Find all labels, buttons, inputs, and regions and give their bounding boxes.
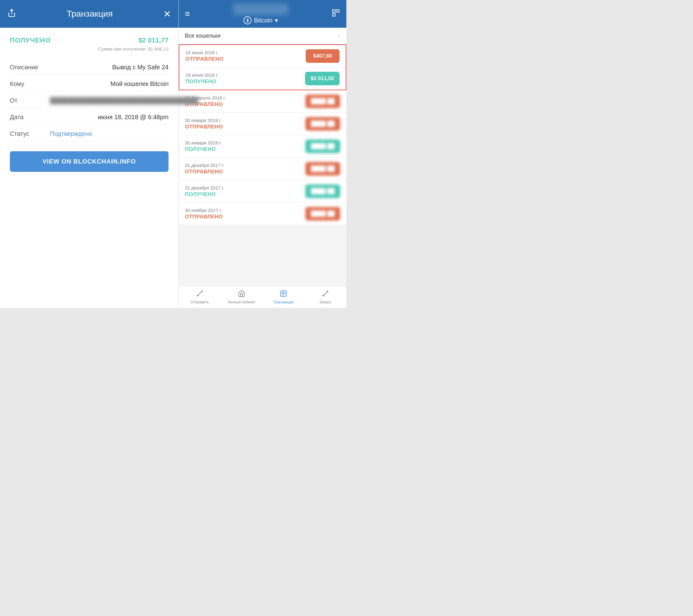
tx-left: 30 января 2018 г. ПОЛУЧЕНО bbox=[185, 140, 221, 152]
from-label: От bbox=[10, 97, 50, 104]
bitcoin-label: Bitcoin bbox=[254, 17, 272, 24]
nav-send[interactable]: Отправить bbox=[179, 286, 221, 308]
bitcoin-icon: ₿ bbox=[243, 16, 252, 24]
tx-amount: ████ ██ bbox=[305, 95, 340, 108]
bottom-navigation: Отправить Личный кабинет Транзакции bbox=[179, 286, 346, 308]
tx-amount: $2 011,50 bbox=[305, 72, 340, 85]
bitcoin-label-row[interactable]: ₿ Bitcoin ▾ bbox=[243, 16, 278, 24]
tx-date: 30 января 2018 г. bbox=[185, 118, 223, 123]
date-label: Дата bbox=[10, 114, 50, 121]
from-value: ██████████████████████████████████ bbox=[50, 97, 198, 104]
nav-request[interactable]: Запрос bbox=[304, 286, 346, 308]
transaction-body: ПОЛУЧЕНО $2 011,77 Сумма при получении: … bbox=[0, 28, 178, 308]
transactions-list: 18 июня 2018 г. ОТПРАВЛЕНО $407,60 18 ию… bbox=[179, 44, 346, 286]
wallet-panel: ≡ ₿ Bitcoin ▾ Все кошельки › bbox=[179, 0, 346, 308]
tx-date: 18 июня 2018 г. bbox=[185, 73, 218, 78]
nav-transactions-label: Транзакции bbox=[274, 300, 293, 304]
status-label: Статус bbox=[10, 130, 50, 137]
svg-rect-2 bbox=[336, 10, 339, 12]
transaction-amount: $2 011,77 bbox=[138, 36, 169, 44]
transactions-icon bbox=[280, 290, 287, 299]
all-wallets-row[interactable]: Все кошельки › bbox=[179, 28, 346, 44]
tx-type: ОТПРАВЛЕНО bbox=[185, 124, 223, 130]
left-header: Транзакция ✕ bbox=[0, 0, 178, 28]
tx-type: ПОЛУЧЕНО bbox=[185, 191, 224, 198]
transaction-type-label: ПОЛУЧЕНО bbox=[10, 36, 51, 44]
nav-home[interactable]: Личный кабинет bbox=[221, 286, 262, 308]
header-center: ₿ Bitcoin ▾ bbox=[233, 3, 289, 24]
transaction-sub-amount: Сумма при получении: $1 846,13 bbox=[10, 46, 169, 52]
tx-amount: ████ ██ bbox=[305, 117, 340, 130]
home-icon bbox=[238, 290, 245, 299]
svg-rect-3 bbox=[333, 14, 335, 16]
nav-request-label: Запрос bbox=[319, 300, 332, 304]
tx-left: 31 декабря 2017 г. ОТПРАВЛЕНО bbox=[185, 163, 224, 175]
tx-date: 30 января 2018 г. bbox=[185, 140, 221, 145]
tx-amount: ████ ██ bbox=[305, 140, 340, 153]
transaction-item[interactable]: 30 ноября 2017 г. ОТПРАВЛЕНО ████ ██ bbox=[179, 203, 346, 225]
tx-type: ПОЛУЧЕНО bbox=[185, 79, 218, 85]
to-label: Кому bbox=[10, 80, 50, 87]
description-value: Вывод с My Safe 24 bbox=[50, 64, 169, 71]
tx-amount: ████ ██ bbox=[305, 184, 340, 198]
chevron-down-icon: ▾ bbox=[275, 17, 278, 24]
tx-amount: $407,60 bbox=[306, 49, 340, 63]
highlighted-transactions-group: 18 июня 2018 г. ОТПРАВЛЕНО $407,60 18 ию… bbox=[179, 44, 346, 90]
tx-type: ПОЛУЧЕНО bbox=[185, 146, 221, 152]
tx-left: 31 декабря 2017 г. ПОЛУЧЕНО bbox=[185, 185, 224, 198]
hamburger-icon[interactable]: ≡ bbox=[185, 9, 190, 19]
tx-date: 31 декабря 2017 г. bbox=[185, 163, 224, 168]
tx-date: 31 декабря 2017 г. bbox=[185, 185, 224, 190]
transaction-item[interactable]: 10 февраля 2018 г. ОТПРАВЛЕНО ████ ██ bbox=[179, 90, 346, 113]
transaction-item[interactable]: 31 декабря 2017 г. ОТПРАВЛЕНО ████ ██ bbox=[179, 158, 346, 180]
description-label: Описание bbox=[10, 64, 50, 71]
tx-left: 30 ноября 2017 г. ОТПРАВЛЕНО bbox=[185, 208, 223, 220]
to-row: Кому Мой кошелек Bitcoin bbox=[10, 77, 169, 91]
svg-rect-1 bbox=[333, 10, 335, 12]
close-icon[interactable]: ✕ bbox=[163, 8, 171, 19]
nav-transactions[interactable]: Транзакции bbox=[262, 286, 304, 308]
from-row: От ██████████████████████████████████ bbox=[10, 93, 169, 108]
transaction-item[interactable]: 31 декабря 2017 г. ПОЛУЧЕНО ████ ██ bbox=[179, 180, 346, 203]
received-row: ПОЛУЧЕНО $2 011,77 bbox=[10, 36, 169, 44]
send-icon bbox=[196, 290, 203, 299]
tx-type: ОТПРАВЛЕНО bbox=[185, 214, 223, 220]
nav-home-label: Личный кабинет bbox=[228, 300, 255, 304]
status-value: Подтверждено bbox=[50, 130, 92, 137]
transaction-item[interactable]: 30 января 2018 г. ОТПРАВЛЕНО ████ ██ bbox=[179, 113, 346, 135]
transaction-detail-panel: Транзакция ✕ ПОЛУЧЕНО $2 011,77 Сумма пр… bbox=[0, 0, 179, 308]
right-header: ≡ ₿ Bitcoin ▾ bbox=[179, 0, 346, 28]
tx-amount: ████ ██ bbox=[305, 207, 340, 221]
request-icon bbox=[322, 290, 329, 299]
to-value: Мой кошелек Bitcoin bbox=[50, 80, 169, 87]
avatar-placeholder bbox=[233, 3, 289, 15]
transaction-item[interactable]: 18 июня 2018 г. ОТПРАВЛЕНО $407,60 bbox=[179, 45, 346, 67]
status-row: Статус Подтверждено bbox=[10, 127, 169, 141]
transaction-item[interactable]: 18 июня 2018 г. ПОЛУЧЕНО $2 011,50 bbox=[179, 67, 346, 90]
qr-icon[interactable] bbox=[332, 8, 340, 19]
tx-left: 18 июня 2018 г. ПОЛУЧЕНО bbox=[185, 73, 218, 85]
tx-left: 30 января 2018 г. ОТПРАВЛЕНО bbox=[185, 118, 223, 130]
blockchain-button[interactable]: VIEW ON BLOCKCHAIN.INFO bbox=[10, 151, 169, 172]
tx-amount: ████ ██ bbox=[305, 162, 340, 176]
description-row: Описание Вывод с My Safe 24 bbox=[10, 60, 169, 75]
share-icon[interactable] bbox=[7, 8, 16, 19]
date-value: июня 18, 2018 @ 6:48pm bbox=[50, 114, 169, 121]
tx-date: 18 июня 2018 г. bbox=[185, 50, 224, 55]
transaction-item[interactable]: 30 января 2018 г. ПОЛУЧЕНО ████ ██ bbox=[179, 135, 346, 158]
nav-send-label: Отправить bbox=[191, 300, 209, 304]
tx-left: 18 июня 2018 г. ОТПРАВЛЕНО bbox=[185, 50, 224, 62]
all-wallets-label: Все кошельки bbox=[185, 33, 221, 39]
tx-type: ОТПРАВЛЕНО bbox=[185, 169, 224, 175]
tx-date: 30 ноября 2017 г. bbox=[185, 208, 223, 213]
date-row: Дата июня 18, 2018 @ 6:48pm bbox=[10, 110, 169, 125]
tx-type: ОТПРАВЛЕНО bbox=[185, 56, 224, 62]
chevron-right-icon: › bbox=[338, 33, 340, 39]
transaction-title: Транзакция bbox=[66, 9, 113, 19]
